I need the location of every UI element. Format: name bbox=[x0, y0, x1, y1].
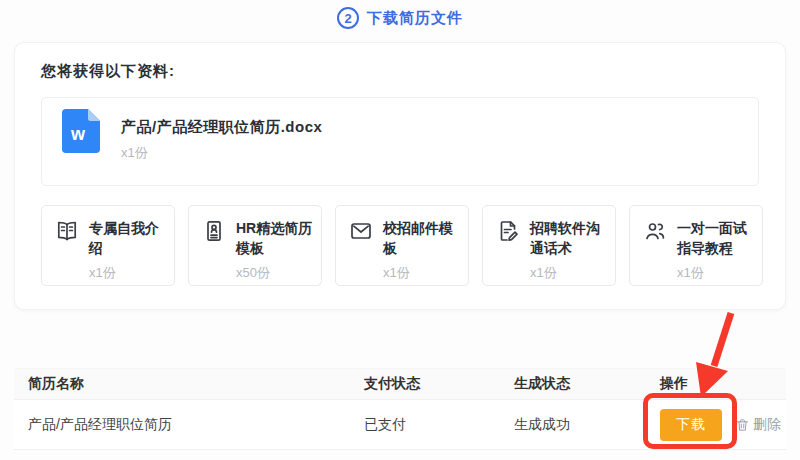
cell-payment-status: 已支付 bbox=[350, 416, 500, 434]
bonus-label: 一对一面试指导教程 bbox=[677, 218, 754, 259]
col-header-actions: 操作 bbox=[646, 375, 786, 393]
cell-actions: 下载 删除 bbox=[646, 409, 786, 441]
materials-panel: 您将获得以下资料: w 产品/产品经理职位简历.docx x1份 bbox=[14, 42, 786, 310]
id-card-icon bbox=[202, 218, 226, 285]
delete-label: 删除 bbox=[753, 416, 781, 434]
cell-generation-status: 生成成功 bbox=[500, 416, 646, 434]
table-row: 产品/产品经理职位简历 已支付 生成成功 下载 删除 bbox=[14, 400, 786, 450]
bonus-card-hr-templates: HR精选简历模板 x50份 bbox=[188, 205, 322, 286]
bonus-label: 专属自我介绍 bbox=[89, 218, 166, 259]
bonus-count: x1份 bbox=[530, 264, 607, 282]
main-file-card: w 产品/产品经理职位简历.docx x1份 bbox=[41, 97, 759, 186]
step-title: 下载简历文件 bbox=[367, 9, 463, 28]
panel-title: 您将获得以下资料: bbox=[41, 62, 175, 81]
word-file-icon: w bbox=[62, 109, 100, 153]
col-header-generation-status: 生成状态 bbox=[500, 375, 646, 393]
download-button[interactable]: 下载 bbox=[660, 409, 722, 441]
col-header-payment-status: 支付状态 bbox=[350, 375, 500, 393]
bonus-card-email-template: 校招邮件模板 x1份 bbox=[335, 205, 469, 286]
delete-button[interactable]: 删除 bbox=[735, 416, 781, 434]
bonus-count: x50份 bbox=[236, 264, 313, 282]
resume-table-header: 简历名称 支付状态 生成状态 操作 bbox=[14, 368, 786, 400]
cell-resume-name: 产品/产品经理职位简历 bbox=[14, 416, 350, 434]
bonus-label: 招聘软件沟通话术 bbox=[530, 218, 607, 259]
bonus-label: 校招邮件模板 bbox=[383, 218, 460, 259]
bonus-card-chat-scripts: 招聘软件沟通话术 x1份 bbox=[482, 205, 616, 286]
envelope-icon bbox=[349, 218, 373, 285]
document-pencil-icon bbox=[496, 218, 520, 285]
two-people-icon bbox=[643, 218, 667, 285]
bonus-count: x1份 bbox=[677, 264, 754, 282]
download-resume-page: 2 下载简历文件 您将获得以下资料: w 产品/产品经理职位简历.docx x1… bbox=[0, 0, 800, 460]
file-count: x1份 bbox=[121, 144, 148, 162]
open-book-icon bbox=[55, 218, 79, 285]
bonus-count: x1份 bbox=[383, 264, 460, 282]
step-number-badge: 2 bbox=[337, 7, 359, 29]
bonus-count: x1份 bbox=[89, 264, 166, 282]
step-indicator: 2 下载简历文件 bbox=[0, 7, 800, 29]
file-name: 产品/产品经理职位简历.docx bbox=[121, 118, 322, 137]
trash-icon bbox=[735, 417, 750, 433]
bonus-card-interview-coaching: 一对一面试指导教程 x1份 bbox=[629, 205, 763, 286]
bonus-card-self-intro: 专属自我介绍 x1份 bbox=[41, 205, 175, 286]
col-header-resume-name: 简历名称 bbox=[14, 375, 350, 393]
word-icon-letter: w bbox=[70, 124, 86, 144]
bonus-items-row: 专属自我介绍 x1份 HR精选简历模板 x50份 bbox=[41, 205, 763, 286]
bonus-label: HR精选简历模板 bbox=[236, 218, 313, 259]
